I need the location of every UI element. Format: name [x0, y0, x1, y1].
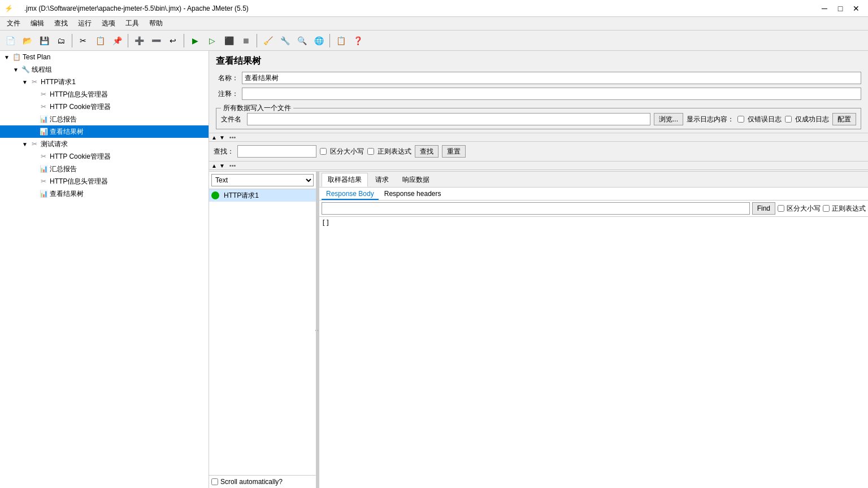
- three-dots-1[interactable]: •••: [227, 134, 238, 141]
- toggle-thread-group[interactable]: ▼: [11, 67, 20, 73]
- find-row: Find 区分大小写 正则表达式: [319, 201, 868, 217]
- search-row: 查找： 区分大小写 正则表达式 查找 重置: [209, 143, 868, 160]
- test-plan-label: Test Plan: [23, 53, 50, 61]
- success-log-checkbox[interactable]: [785, 116, 792, 123]
- close-button[interactable]: ✕: [849, 2, 863, 15]
- tree-item-result-tree2[interactable]: ▼ 📊 查看结果树: [0, 188, 209, 200]
- tree-item-http-cookie2[interactable]: ▼ ✂ HTTP Cookie管理器: [0, 150, 209, 163]
- maximize-button[interactable]: □: [833, 2, 848, 15]
- thread-group-label: 线程组: [32, 65, 52, 75]
- case-sensitive-checkbox[interactable]: [320, 148, 327, 155]
- type-dropdown[interactable]: Text: [211, 174, 314, 186]
- tree-item-result-tree1[interactable]: ▼ 📊 查看结果树: [0, 125, 209, 138]
- find-button[interactable]: 查找: [415, 145, 439, 158]
- toolbar-save-all[interactable]: 🗂: [53, 33, 69, 49]
- toolbar-paste[interactable]: 📌: [109, 33, 125, 49]
- main-layout: ▼ 📋 Test Plan ▼ 🔧 线程组 ▼ ✂ HTTP请求1 ▼ ✂ HT…: [0, 51, 868, 488]
- search-input[interactable]: [237, 145, 316, 158]
- filename-label: 文件名: [221, 115, 244, 124]
- tab-sampler-result[interactable]: 取样器结果: [322, 173, 368, 187]
- toolbar-start-no-pause[interactable]: ▷: [204, 33, 220, 49]
- filename-input[interactable]: [247, 113, 650, 125]
- toolbar-sep4: [257, 34, 257, 47]
- toolbar-sep1: [72, 34, 72, 47]
- menu-help[interactable]: 帮助: [145, 18, 167, 30]
- arrow-up2-icon: ▲: [211, 163, 217, 169]
- http-header2-icon: ✂: [38, 177, 49, 185]
- tree-item-summary2[interactable]: ▼ 📊 汇总报告: [0, 163, 209, 175]
- tree-item-summary1[interactable]: ▼ 📊 汇总报告: [0, 113, 209, 125]
- find-regex-label: 正则表达式: [832, 204, 866, 213]
- menu-edit[interactable]: 编辑: [26, 18, 49, 30]
- toolbar-stop[interactable]: ⬛: [221, 33, 237, 49]
- comment-label: 注释：: [216, 89, 238, 99]
- summary1-label: 汇总报告: [50, 115, 77, 124]
- tree-item-http-cookie1[interactable]: ▼ ✂ HTTP Cookie管理器: [0, 101, 209, 113]
- toggle-http-req1[interactable]: ▼: [20, 79, 29, 85]
- comment-input[interactable]: [242, 88, 861, 100]
- tab-response-data[interactable]: 响应数据: [396, 173, 436, 187]
- find-regex-checkbox[interactable]: [823, 205, 830, 212]
- name-input[interactable]: [242, 72, 861, 84]
- menu-search[interactable]: 查找: [50, 18, 72, 30]
- toolbar-clear-all[interactable]: 🔧: [277, 33, 293, 49]
- menu-tools[interactable]: 工具: [121, 18, 144, 30]
- config-button[interactable]: 配置: [832, 113, 856, 125]
- find-case-checkbox[interactable]: [778, 205, 784, 212]
- menu-file[interactable]: 文件: [2, 18, 25, 30]
- tree-item-http-header2[interactable]: ▼ ✂ HTTP信息头管理器: [0, 175, 209, 188]
- toolbar-cut[interactable]: ✂: [75, 33, 91, 49]
- tree-item-thread-group[interactable]: ▼ 🔧 线程组: [0, 63, 209, 76]
- toolbar-remove[interactable]: ➖: [148, 33, 164, 49]
- toolbar-start[interactable]: ▶: [187, 33, 203, 49]
- inner-tab-body[interactable]: Response Body: [322, 189, 379, 200]
- result-tree2-icon: 📊: [38, 190, 49, 198]
- toolbar-search[interactable]: 🔍: [294, 33, 310, 49]
- minimize-button[interactable]: ─: [817, 2, 832, 15]
- toolbar-clear[interactable]: 🧹: [260, 33, 276, 49]
- tree-item-test-req[interactable]: ▼ ✂ 测试请求: [0, 138, 209, 150]
- toolbar-shutdown[interactable]: ⏹: [238, 33, 254, 49]
- toolbar-remote[interactable]: 🌐: [311, 33, 327, 49]
- reset-button[interactable]: 重置: [442, 145, 466, 158]
- find-input[interactable]: [322, 202, 750, 215]
- toolbar-sep3: [184, 34, 184, 47]
- toolbar-list[interactable]: 📋: [333, 33, 349, 49]
- name-label: 名称：: [216, 73, 238, 83]
- three-dots-2[interactable]: •••: [227, 162, 238, 169]
- toolbar-new[interactable]: 📄: [2, 33, 18, 49]
- regex-label: 正则表达式: [377, 147, 411, 156]
- tree-item-http-header1[interactable]: ▼ ✂ HTTP信息头管理器: [0, 88, 209, 101]
- list-item-http-req1[interactable]: HTTP请求1: [209, 189, 316, 202]
- toolbar-copy[interactable]: 📋: [92, 33, 108, 49]
- toolbar-add[interactable]: ➕: [131, 33, 147, 49]
- http-cookie1-icon: ✂: [38, 103, 49, 111]
- inner-tab-headers[interactable]: Response headers: [380, 189, 446, 200]
- test-req-label: 测试请求: [41, 140, 68, 149]
- toolbar-revert[interactable]: ↩: [165, 33, 181, 49]
- scroll-auto-checkbox[interactable]: [211, 478, 218, 485]
- toolbar-open[interactable]: 📂: [19, 33, 35, 49]
- tree-item-http-req1[interactable]: ▼ ✂ HTTP请求1: [0, 76, 209, 88]
- divider-top: ▲ ▼ •••: [209, 133, 868, 142]
- browse-button[interactable]: 浏览...: [654, 113, 683, 125]
- menu-options[interactable]: 选项: [97, 18, 120, 30]
- toolbar: 📄 📂 💾 🗂 ✂ 📋 📌 ➕ ➖ ↩ ▶ ▷ ⬛ ⏹ 🧹 🔧 🔍 🌐 📋 ❓: [0, 30, 868, 51]
- list-panel: Text HTTP请求1 Scroll automatically?: [209, 172, 316, 488]
- toggle-test-plan[interactable]: ▼: [2, 54, 11, 60]
- dropdown-row: Text: [209, 172, 316, 189]
- error-log-checkbox[interactable]: [737, 116, 744, 123]
- success-log-label: 仅成功日志: [795, 115, 829, 124]
- toolbar-sep5: [329, 34, 330, 47]
- window-title: .jmx (D:\Software\jmeter\apache-jmeter-5…: [13, 5, 817, 12]
- http-header1-label: HTTP信息头管理器: [50, 90, 108, 99]
- find-response-button[interactable]: Find: [752, 202, 775, 215]
- regex-checkbox[interactable]: [367, 148, 374, 155]
- menu-run[interactable]: 运行: [73, 18, 96, 30]
- toolbar-save[interactable]: 💾: [36, 33, 52, 49]
- form-section: 名称： 注释：: [209, 69, 868, 106]
- tab-request[interactable]: 请求: [369, 173, 395, 187]
- toggle-test-req[interactable]: ▼: [20, 141, 29, 147]
- toolbar-help[interactable]: ❓: [350, 33, 366, 49]
- tree-item-test-plan[interactable]: ▼ 📋 Test Plan: [0, 51, 209, 63]
